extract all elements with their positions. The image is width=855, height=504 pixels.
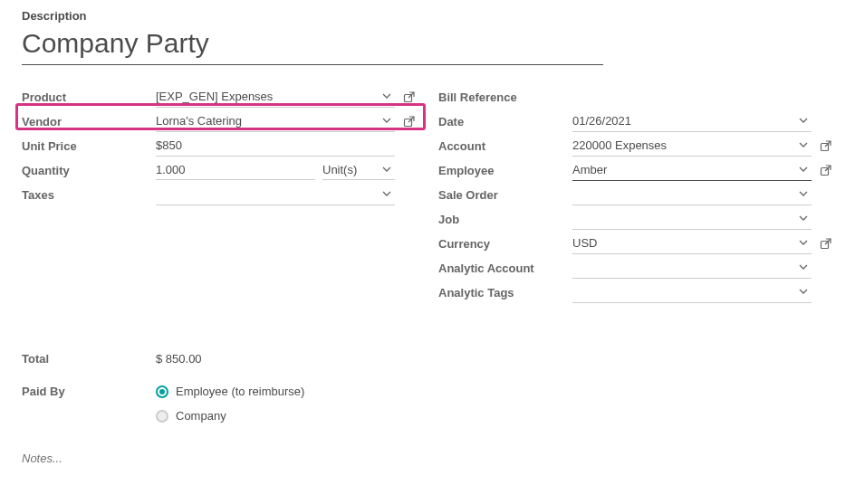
quantity-input[interactable]: [156, 161, 315, 177]
job-field[interactable]: [572, 210, 812, 230]
external-link-icon[interactable]: [400, 90, 417, 106]
uom-value: Unit(s): [322, 163, 379, 176]
sale-order-field[interactable]: [572, 185, 812, 205]
caret-down-icon[interactable]: [795, 112, 812, 128]
bill-ref-input[interactable]: [572, 90, 812, 103]
uom-field[interactable]: Unit(s): [322, 161, 395, 180]
vendor-label: Vendor: [22, 115, 156, 128]
bill-ref-label: Bill Reference: [438, 90, 572, 104]
taxes-field[interactable]: [156, 185, 395, 205]
paid-by-company-radio[interactable]: Company: [156, 409, 304, 423]
description-label: Description: [22, 9, 833, 23]
radio-label: Company: [176, 409, 226, 423]
employee-label: Employee: [438, 164, 572, 177]
unit-price-field[interactable]: $: [156, 137, 395, 157]
vendor-field[interactable]: [156, 112, 395, 132]
unit-price-label: Unit Price: [22, 139, 156, 153]
left-column: Product Vendor Unit Price $: [22, 85, 417, 305]
account-field[interactable]: [572, 137, 812, 157]
radio-checked-icon: [156, 385, 168, 398]
caret-down-icon[interactable]: [379, 88, 395, 104]
sale-order-label: Sale Order: [438, 188, 572, 202]
currency-symbol: $: [156, 138, 162, 152]
caret-down-icon[interactable]: [795, 259, 812, 275]
paid-by-employee-radio[interactable]: Employee (to reimburse): [156, 385, 304, 398]
paid-by-label: Paid By: [22, 385, 156, 398]
total-value: $ 850.00: [156, 352, 202, 366]
currency-label: Currency: [438, 237, 572, 251]
description-input[interactable]: [22, 24, 603, 65]
analytic-tags-field[interactable]: [572, 283, 812, 303]
caret-down-icon[interactable]: [795, 210, 812, 226]
account-input[interactable]: [572, 138, 795, 152]
product-field[interactable]: [156, 88, 395, 108]
caret-down-icon[interactable]: [795, 234, 812, 251]
taxes-label: Taxes: [22, 188, 156, 202]
caret-down-icon[interactable]: [795, 185, 812, 202]
job-label: Job: [438, 213, 572, 226]
radio-unchecked-icon: [156, 410, 168, 423]
account-label: Account: [438, 139, 572, 153]
analytic-account-input[interactable]: [572, 261, 795, 274]
employee-input[interactable]: [572, 163, 795, 176]
currency-field[interactable]: [572, 234, 812, 254]
caret-down-icon[interactable]: [795, 283, 812, 300]
quantity-label: Quantity: [22, 164, 156, 177]
external-link-icon[interactable]: [817, 138, 833, 155]
bill-ref-field[interactable]: [572, 88, 812, 108]
date-input[interactable]: [572, 114, 795, 128]
analytic-account-field[interactable]: [572, 259, 812, 279]
total-label: Total: [22, 352, 156, 366]
external-link-icon[interactable]: [817, 163, 833, 179]
analytic-tags-label: Analytic Tags: [438, 286, 572, 300]
notes-input[interactable]: [22, 448, 402, 469]
external-link-icon[interactable]: [400, 114, 417, 130]
date-field[interactable]: [572, 112, 812, 132]
analytic-tags-input[interactable]: [572, 285, 795, 299]
external-link-icon[interactable]: [817, 236, 833, 252]
caret-down-icon[interactable]: [379, 112, 395, 128]
product-input[interactable]: [156, 90, 379, 103]
job-input[interactable]: [572, 212, 795, 225]
currency-input[interactable]: [572, 236, 795, 250]
vendor-input[interactable]: [156, 114, 379, 128]
taxes-input[interactable]: [156, 187, 379, 201]
analytic-account-label: Analytic Account: [438, 262, 572, 275]
caret-down-icon[interactable]: [379, 161, 395, 177]
product-label: Product: [22, 90, 156, 104]
caret-down-icon[interactable]: [379, 185, 395, 202]
date-label: Date: [438, 115, 572, 128]
caret-down-icon[interactable]: [795, 137, 812, 153]
right-column: Bill Reference Date Account Employee: [438, 85, 833, 305]
employee-field[interactable]: [572, 161, 812, 181]
unit-price-input[interactable]: [162, 138, 395, 152]
caret-down-icon[interactable]: [795, 161, 812, 177]
radio-label: Employee (to reimburse): [176, 385, 304, 398]
paid-by-radio-group: Employee (to reimburse) Company: [156, 385, 304, 423]
sale-order-input[interactable]: [572, 187, 795, 201]
